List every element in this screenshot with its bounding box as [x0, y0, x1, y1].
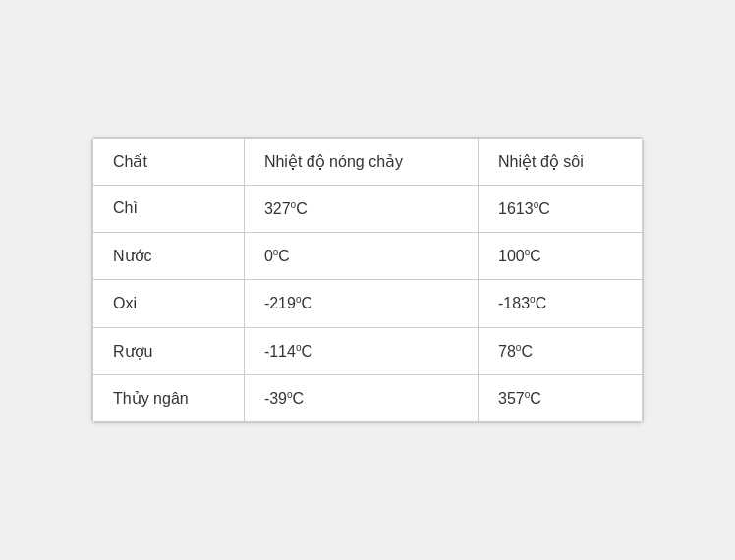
- cell-nong-chay: -219oC: [244, 280, 478, 327]
- cell-nong-chay: -114oC: [244, 327, 478, 374]
- cell-nong-chay: 327oC: [244, 185, 478, 232]
- cell-soi: -183oC: [479, 280, 643, 327]
- header-nong-chay: Nhiệt độ nóng chảy: [244, 138, 478, 185]
- table-row: Chì327oC1613oC: [93, 185, 643, 232]
- cell-soi: 100oC: [479, 233, 643, 280]
- cell-chat: Rượu: [93, 327, 245, 374]
- header-soi: Nhiệt độ sôi: [479, 138, 643, 185]
- cell-chat: Oxi: [93, 280, 245, 327]
- table-row: Nước0oC100oC: [93, 233, 643, 280]
- cell-nong-chay: 0oC: [244, 233, 478, 280]
- header-chat: Chất: [93, 138, 245, 185]
- table-row: Oxi-219oC-183oC: [93, 280, 643, 327]
- table-row: Rượu-114oC78oC: [93, 327, 643, 374]
- table-row: Thủy ngân-39oC357oC: [93, 374, 643, 421]
- cell-soi: 357oC: [479, 374, 643, 421]
- cell-soi: 78oC: [479, 327, 643, 374]
- cell-soi: 1613oC: [479, 185, 643, 232]
- cell-chat: Thủy ngân: [93, 374, 245, 421]
- data-table: Chất Nhiệt độ nóng chảy Nhiệt độ sôi Chì…: [91, 137, 644, 424]
- cell-chat: Chì: [93, 185, 245, 232]
- cell-nong-chay: -39oC: [244, 374, 478, 421]
- cell-chat: Nước: [93, 233, 245, 280]
- table-header-row: Chất Nhiệt độ nóng chảy Nhiệt độ sôi: [93, 138, 643, 185]
